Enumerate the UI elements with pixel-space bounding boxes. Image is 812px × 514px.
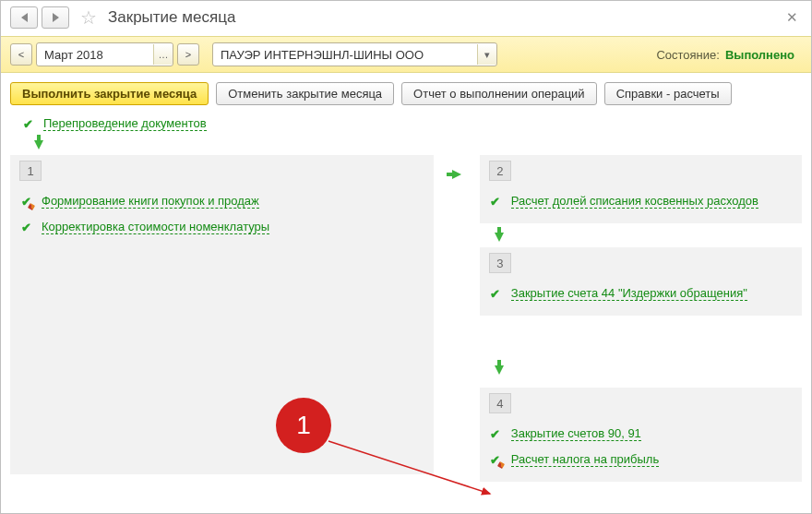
stage4-item2-link[interactable]: Расчет налога на прибыль <box>511 452 659 467</box>
stage4-item1-link[interactable]: Закрытие счетов 90, 91 <box>511 426 641 441</box>
flow-arrow-down <box>480 319 802 388</box>
period-toolbar: < Март 2018 … > ПАУЭР ИНТЕРНЭШНЛ-ШИНЫ ОО… <box>1 36 811 73</box>
stage1-item2-link[interactable]: Корректировка стоимости номенклатуры <box>42 220 269 234</box>
stage4-item1-row: ✔ Закрытие счетов 90, 91 <box>489 421 793 447</box>
check-pencil-icon <box>19 195 32 208</box>
stage2-item1-link[interactable]: Расчет долей списания косвенных расходов <box>511 194 758 209</box>
state-value: Выполнено <box>725 48 794 62</box>
period-picker-button[interactable]: … <box>153 44 173 65</box>
annotation-badge: 1 <box>276 398 331 453</box>
stage3-item1-row: ✔ Закрытие счета 44 "Издержки обращения" <box>489 281 793 306</box>
operations-report-button[interactable]: Отчет о выполнении операций <box>401 82 597 105</box>
period-prev-button[interactable]: < <box>10 43 32 66</box>
arrow-right-icon <box>53 13 59 22</box>
stage2-number: 2 <box>489 161 511 181</box>
nav-back-button[interactable] <box>10 6 38 29</box>
stage4-item2-row: Расчет налога на прибыль <box>489 447 793 472</box>
period-field-wrap: Март 2018 … <box>36 42 173 66</box>
arrow-down-icon <box>495 233 504 242</box>
stage1-number: 1 <box>19 161 42 181</box>
flow-arrow-right <box>443 155 471 485</box>
organization-field[interactable]: ПАУЭР ИНТЕРНЭШНЛ-ШИНЫ ООО <box>213 48 477 62</box>
stage1-item1-link[interactable]: Формирование книги покупок и продаж <box>42 194 259 209</box>
arrow-down-icon <box>495 365 504 375</box>
right-stages-column: 2 ✔ Расчет долей списания косвенных расх… <box>480 155 802 485</box>
arrow-down-icon <box>34 140 43 149</box>
nav-forward-button[interactable] <box>42 6 69 29</box>
stage4-box: 4 ✔ Закрытие счетов 90, 91 Расчет налога… <box>480 388 802 482</box>
close-button[interactable]: ✕ <box>782 9 802 26</box>
references-button[interactable]: Справки - расчеты <box>604 82 732 105</box>
repost-docs-row: ✔ Перепроведение документов <box>1 111 811 135</box>
stage2-item1-row: ✔ Расчет долей списания косвенных расход… <box>489 188 793 214</box>
stage1-item1-row: Формирование книги покупок и продаж <box>19 188 424 214</box>
state-wrap: Состояние: Выполнено <box>656 48 802 62</box>
state-label: Состояние: <box>656 48 719 62</box>
stage3-number: 3 <box>489 253 511 273</box>
repost-documents-link[interactable]: Перепроведение документов <box>43 116 207 131</box>
check-icon: ✔ <box>489 287 502 301</box>
stage1-box: 1 Формирование книги покупок и продаж ✔ … <box>10 155 434 474</box>
actions-row: Выполнить закрытие месяца Отменить закры… <box>1 73 811 111</box>
cancel-close-button[interactable]: Отменить закрытие месяца <box>216 82 394 105</box>
organization-dropdown-button[interactable]: ▾ <box>477 44 496 65</box>
window-root: ☆ Закрытие месяца ✕ < Март 2018 … > ПАУЭ… <box>0 0 812 514</box>
period-next-button[interactable]: > <box>177 43 199 66</box>
check-icon: ✔ <box>489 427 502 441</box>
arrow-right-icon <box>452 170 461 179</box>
stages-columns: 1 Формирование книги покупок и продаж ✔ … <box>1 155 811 485</box>
organization-field-wrap: ПАУЭР ИНТЕРНЭШНЛ-ШИНЫ ООО ▾ <box>212 42 497 66</box>
stage3-item1-link[interactable]: Закрытие счета 44 "Издержки обращения" <box>511 286 747 301</box>
stage1-item2-row: ✔ Корректировка стоимости номенклатуры <box>19 214 424 240</box>
check-pencil-icon <box>489 453 502 466</box>
stage4-number: 4 <box>489 393 511 413</box>
stage3-box: 3 ✔ Закрытие счета 44 "Издержки обращени… <box>480 247 802 316</box>
stage1-column: 1 Формирование книги покупок и продаж ✔ … <box>10 155 434 485</box>
stage2-box: 2 ✔ Расчет долей списания косвенных расх… <box>480 155 802 223</box>
flow-arrow-down <box>1 135 811 155</box>
perform-close-button[interactable]: Выполнить закрытие месяца <box>10 82 209 105</box>
header-bar: ☆ Закрытие месяца ✕ <box>1 1 811 36</box>
check-icon: ✔ <box>489 195 502 209</box>
favorite-star-icon[interactable]: ☆ <box>78 7 99 28</box>
period-field[interactable]: Март 2018 <box>37 48 153 62</box>
window-title: Закрытие месяца <box>108 8 235 27</box>
arrow-left-icon <box>21 13 28 22</box>
flow-arrow-down <box>480 227 802 247</box>
check-icon: ✔ <box>19 221 32 234</box>
check-icon: ✔ <box>21 117 34 131</box>
